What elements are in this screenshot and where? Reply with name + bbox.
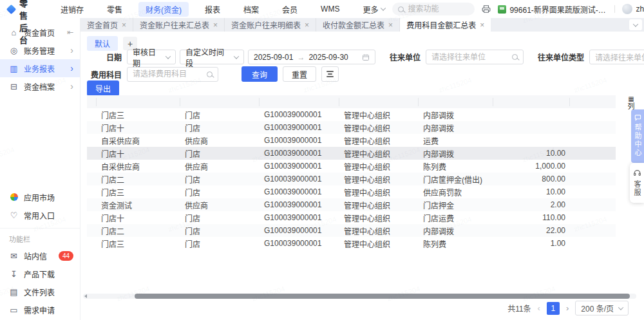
cell-org-name: 管理中心组织	[339, 122, 418, 133]
app-logo[interactable]: 乐檬零售后台	[8, 0, 28, 46]
heart-icon	[9, 211, 19, 220]
column-header[interactable]	[418, 98, 493, 106]
sidebar-item[interactable]: 资金档案 ›	[0, 77, 80, 95]
cell-partner-type: 供应商	[180, 161, 259, 172]
username: zhc11	[636, 5, 644, 14]
subject-input[interactable]	[127, 67, 218, 82]
store-name: 99661-新界面果蔬版测试-管理...	[509, 4, 607, 15]
partner-input[interactable]	[426, 50, 524, 64]
tab-list-dropdown[interactable]	[629, 19, 642, 30]
nav-item[interactable]: 更多	[355, 2, 392, 17]
chevron-right-icon: ›	[70, 46, 73, 55]
table-row[interactable]: 自采供应商 供应商 G100039000001 管理中心组织 运费	[87, 134, 616, 147]
close-icon[interactable]: ×	[480, 21, 484, 29]
close-icon[interactable]: ×	[388, 21, 393, 29]
table-row[interactable]: 自采供应商 供应商 G100039000001 管理中心组织 陈列费 1,000…	[87, 160, 616, 173]
nav-item-label: 档案	[243, 4, 259, 15]
table-row[interactable]: 门店三 门店 G100039000001 管理中心组织 内部调拨	[87, 108, 616, 121]
tab[interactable]: 资金账户往来汇总表 ×	[133, 18, 225, 32]
nav-item[interactable]: 进销存	[53, 2, 91, 17]
column-header[interactable]	[259, 98, 339, 106]
table-row[interactable]: 门店十 门店 G100039000001 管理中心组织 内部调拨	[87, 121, 616, 134]
current-page[interactable]: 1	[547, 302, 560, 315]
help-center-tab[interactable]: 帮助中心	[631, 109, 644, 163]
nav-item[interactable]: 档案	[236, 2, 266, 17]
next-page-button[interactable]: ›	[566, 304, 569, 312]
table-row[interactable]: 门店三 门店 G100039000001 管理中心组织 供应商罚款 10.00	[87, 185, 616, 198]
tab-label: 资金账户往来明细表	[231, 19, 301, 30]
cell-org-code: G100039000001	[259, 226, 339, 235]
sidebar-item[interactable]: 产品下载	[0, 265, 80, 283]
partner-type-select[interactable]: 请选择往来单位类型	[589, 50, 644, 64]
cell-partner-type: 门店	[180, 225, 259, 236]
nav-item[interactable]: WMS	[314, 3, 346, 15]
column-header[interactable]	[96, 98, 180, 106]
tab[interactable]: 资金首页 ×	[80, 18, 133, 32]
nav-item[interactable]: 财务(资金)	[138, 2, 189, 17]
range-type-select[interactable]: 自定义时间段	[180, 50, 244, 64]
tab[interactable]: 收付款金额汇总表 ×	[316, 18, 400, 32]
tab[interactable]: 资金账户往来明细表 ×	[225, 18, 316, 32]
column-header[interactable]	[493, 98, 569, 106]
prev-page-button[interactable]: ‹	[538, 304, 540, 312]
customer-service-tab[interactable]: 客服	[630, 163, 644, 203]
scroll-left-icon[interactable]	[84, 294, 87, 298]
query-button[interactable]: 查询	[242, 66, 278, 82]
table-row[interactable]: 资金测试 供应商 G100039000001 管理中心组织 门店押金 2.00	[87, 198, 616, 211]
nav-item[interactable]: 会员	[275, 2, 305, 17]
cell-expense-subject: 内部调拨	[418, 225, 493, 236]
export-button[interactable]: 导出	[87, 80, 119, 96]
close-icon[interactable]: ×	[305, 21, 309, 29]
column-settings-button[interactable]: ▦ 列	[623, 95, 639, 110]
cell-org-name: 管理中心组织	[339, 200, 418, 211]
cell-partner-name: 门店十	[96, 122, 180, 133]
collapse-sidebar-icon[interactable]: ⇤	[67, 28, 73, 36]
close-icon[interactable]: ×	[213, 21, 218, 29]
close-icon[interactable]: ×	[122, 21, 126, 29]
store-switcher[interactable]: 99661-新界面果蔬版测试-管理...	[498, 4, 607, 15]
preset-default-chip[interactable]: 默认	[87, 36, 118, 51]
partner-input-field[interactable]	[431, 53, 512, 62]
tab[interactable]: 费用科目金额汇总表 ×	[400, 18, 491, 32]
page-size-select[interactable]: 200 条/页	[575, 301, 629, 315]
sidebar-item[interactable]: 需求申请	[0, 301, 80, 319]
report-icon	[9, 64, 19, 73]
global-search[interactable]	[392, 3, 475, 15]
customer-service-label: 客服	[632, 180, 642, 197]
date-range-picker[interactable]: 2025-09-01 → 2025-09-30	[248, 50, 375, 64]
horizontal-scrollbar[interactable]	[83, 294, 636, 299]
sidebar-item[interactable]: 应用市场	[0, 188, 80, 206]
table-row[interactable]: 门店十 门店 G100039000001 管理中心组织 内部调拨 10.00	[87, 147, 616, 160]
column-header[interactable]	[180, 98, 259, 106]
date-end-value[interactable]: 2025-09-30	[308, 53, 348, 62]
table-row[interactable]: 门店二 门店 G100039000001 管理中心组织 内部调拨 22.00	[87, 224, 616, 237]
nav-item[interactable]: 零售	[100, 2, 129, 17]
reset-button[interactable]: 重置	[283, 66, 316, 82]
search-input[interactable]	[408, 5, 464, 14]
table-row[interactable]: 门店十 门店 G100039000001 管理中心组织 门店运费 110.00	[87, 211, 616, 224]
filelist-icon	[9, 288, 19, 296]
page-content: 默认 + 日期 审核日期 自定义时间段 2025-09-01 →	[80, 32, 644, 320]
sidebar-item[interactable]: 业务报表 ›	[0, 59, 80, 77]
user-menu[interactable]: zhc11	[622, 4, 644, 14]
cell-receivable-amount: 1,000.00	[493, 162, 569, 171]
table-header	[87, 95, 616, 108]
more-filters-button[interactable]	[321, 66, 339, 82]
cell-org-name: 管理中心组织	[339, 238, 418, 249]
unread-badge: 44	[59, 251, 73, 261]
date-start-value[interactable]: 2025-09-01	[254, 53, 293, 62]
chevron-down-icon	[633, 21, 638, 26]
column-header[interactable]	[339, 98, 418, 106]
printer-icon[interactable]	[482, 5, 491, 14]
sidebar-item[interactable]: 文件列表	[0, 283, 80, 301]
chevron-right-icon: ›	[70, 82, 73, 91]
date-type-select[interactable]: 审核日期	[127, 50, 176, 64]
cell-expense-subject: 门店运费	[418, 212, 493, 223]
nav-item[interactable]: 报表	[198, 2, 227, 17]
sidebar-item[interactable]: 常用入口	[0, 206, 80, 224]
sidebar-item[interactable]: 站内信 44	[0, 247, 80, 265]
scrollbar-thumb[interactable]	[135, 294, 630, 299]
subject-input-field[interactable]	[133, 70, 207, 79]
table-row[interactable]: 门店二 门店 G100039000001 管理中心组织 门店筐押金(借出) 80…	[87, 173, 616, 185]
table-row[interactable]: 门店三 门店 G100039000001 管理中心组织 陈列费 1.00	[87, 237, 616, 250]
